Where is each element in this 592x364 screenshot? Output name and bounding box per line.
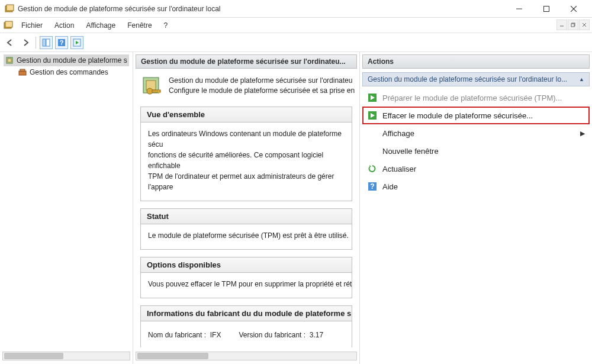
title-bar: Gestion de module de plateforme sécurisé… <box>0 0 592 18</box>
section-status-body: Le module de plateforme sécurisée (TPM) … <box>141 224 352 249</box>
svg-rect-21 <box>20 69 25 71</box>
toolbar-separator <box>36 37 36 49</box>
action-view-submenu[interactable]: Affichage ▶ <box>362 124 590 142</box>
action-prepare-tpm[interactable]: Préparer le module de plateforme sécuris… <box>362 89 590 107</box>
toolbar: ? <box>0 33 592 52</box>
main-area: Gestion du module de plateforme s Gestio… <box>0 52 592 364</box>
center-scrollbar[interactable] <box>136 352 357 360</box>
vendor-name-value: IFX <box>210 331 221 339</box>
intro-block: Gestion du module de plateforme sécurisé… <box>136 70 357 107</box>
toolbox-icon <box>18 67 27 77</box>
app-icon <box>5 4 14 14</box>
window-title: Gestion de module de plateforme sécurisé… <box>18 5 506 13</box>
intro-line2: Configure le module de plateforme sécuri… <box>169 86 355 96</box>
action-refresh-label: Actualiser <box>382 165 416 173</box>
vendor-name-label: Nom du fabricant : <box>148 331 206 339</box>
mdi-controls <box>556 20 590 30</box>
section-vendor-title: Informations du fabricant du du module d… <box>141 306 352 321</box>
minimize-button[interactable] <box>506 0 533 18</box>
tpm-chip-key-icon <box>141 76 163 97</box>
svg-rect-10 <box>571 24 574 27</box>
console-tree-button[interactable] <box>40 36 53 49</box>
action-view-label: Affichage <box>382 129 414 138</box>
tree-child-label: Gestion des commandes <box>30 68 108 76</box>
maximize-button[interactable] <box>533 0 560 18</box>
section-status: Statut Le module de plateforme sécurisée… <box>140 208 352 250</box>
blank-icon <box>367 128 378 138</box>
action-prepare-label: Préparer le module de plateforme sécuris… <box>382 94 562 102</box>
detail-pane: Gestion du module de plateforme sécurisé… <box>133 52 360 364</box>
menu-bar: Fichier Action Affichage Fenêtre ? <box>0 18 592 33</box>
collapse-icon: ▲ <box>579 76 584 82</box>
tree-view[interactable]: Gestion du module de plateforme s Gestio… <box>0 52 133 80</box>
svg-rect-20 <box>19 71 26 75</box>
actions-group-header[interactable]: Gestion du module de plateforme sécurisé… <box>362 72 590 86</box>
action-new-window[interactable]: Nouvelle fenêtre <box>362 142 590 160</box>
console-tree-pane: Gestion du module de plateforme s Gestio… <box>0 52 133 364</box>
vendor-version-label: Version du fabricant : <box>239 331 305 339</box>
mdi-restore-button[interactable] <box>568 20 578 30</box>
menu-view[interactable]: Affichage <box>80 19 121 32</box>
menu-window[interactable]: Fenêtre <box>121 19 157 32</box>
section-overview: Vue d'ensemble Les ordinateurs Windows c… <box>140 107 352 201</box>
forward-button[interactable] <box>19 36 32 49</box>
svg-rect-14 <box>46 39 50 46</box>
actions-header: Actions <box>362 54 590 69</box>
action-help[interactable]: ? Aide <box>362 178 590 195</box>
action-pane-button[interactable] <box>70 36 83 49</box>
back-button[interactable] <box>4 36 17 49</box>
window-controls <box>506 0 587 18</box>
tree-child-command-mgmt[interactable]: Gestion des commandes <box>4 66 129 78</box>
section-options-body: Vous pouvez effacer le TPM pour en suppr… <box>141 273 352 298</box>
action-refresh[interactable]: Actualiser <box>362 160 590 178</box>
svg-rect-1 <box>7 5 14 11</box>
section-options-title: Options disponibles <box>141 257 352 273</box>
svg-text:?: ? <box>60 39 64 46</box>
svg-rect-3 <box>544 6 549 11</box>
chip-icon <box>5 56 14 65</box>
tree-root-tpm-management[interactable]: Gestion du module de plateforme s <box>4 54 129 66</box>
action-newwindow-label: Nouvelle fenêtre <box>382 147 439 156</box>
menu-action[interactable]: Action <box>49 19 80 32</box>
left-scrollbar[interactable] <box>2 352 130 360</box>
section-options: Options disponibles Vous pouvez effacer … <box>140 257 352 298</box>
svg-rect-26 <box>158 90 159 94</box>
menu-app-icon <box>4 21 13 30</box>
tree-root-label: Gestion du module de plateforme s <box>17 56 127 65</box>
section-vendor: Informations du fabricant du du module d… <box>140 305 352 347</box>
section-status-title: Statut <box>141 209 352 224</box>
actions-group-label: Gestion du module de plateforme sécurisé… <box>368 75 567 83</box>
svg-rect-7 <box>5 21 12 27</box>
intro-line1: Gestion du module de plateforme sécurisé… <box>169 76 355 86</box>
help-icon: ? <box>367 181 378 192</box>
refresh-icon <box>367 163 378 174</box>
blank-icon <box>367 146 378 156</box>
actions-pane: Actions Gestion du module de plateforme … <box>360 52 592 364</box>
help-button[interactable]: ? <box>55 36 68 49</box>
section-overview-body: Les ordinateurs Windows contenant un mod… <box>141 123 352 201</box>
detail-header: Gestion du module de plateforme sécurisé… <box>136 54 357 69</box>
close-button[interactable] <box>560 0 587 18</box>
svg-rect-19 <box>8 59 11 62</box>
section-overview-title: Vue d'ensemble <box>141 107 352 123</box>
arrow-right-green-icon <box>367 110 378 121</box>
mdi-close-button[interactable] <box>579 20 590 30</box>
menu-help[interactable]: ? <box>158 19 174 32</box>
menu-file[interactable]: Fichier <box>15 19 49 32</box>
svg-text:?: ? <box>370 182 374 191</box>
action-clear-label: Effacer le module de plateforme sécurisé… <box>382 111 533 120</box>
svg-rect-13 <box>43 39 46 46</box>
submenu-arrow-icon: ▶ <box>580 130 585 137</box>
action-clear-tpm[interactable]: Effacer le module de plateforme sécurisé… <box>362 107 590 124</box>
vendor-version-value: 3.17 <box>310 331 323 339</box>
mdi-minimize-button[interactable] <box>556 20 567 30</box>
arrow-right-green-icon <box>367 92 378 103</box>
action-help-label: Aide <box>382 182 398 191</box>
